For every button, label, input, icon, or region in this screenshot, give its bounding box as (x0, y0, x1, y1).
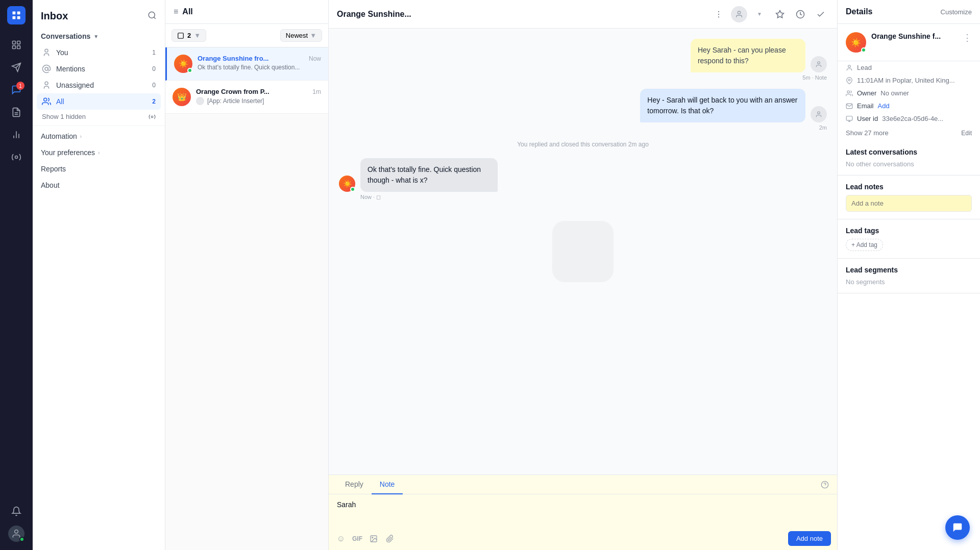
assignee-chevron[interactable]: ▼ (751, 6, 768, 22)
conversation-item-1[interactable]: ☀️ Orange Sunshine fro... Now Ok that's … (165, 47, 328, 81)
sort-chevron: ▼ (310, 32, 316, 39)
svg-point-29 (818, 62, 820, 64)
lead-segments-empty: No segments (846, 278, 972, 286)
conv-time-2: 1m (312, 88, 321, 95)
chat-header: Orange Sunshine... ▼ (329, 0, 837, 29)
svg-point-26 (738, 11, 740, 14)
lead-segments-title: Lead segments (846, 266, 972, 274)
svg-point-37 (847, 91, 850, 93)
nav-inbox[interactable]: 1 (6, 80, 27, 100)
show-hidden-btn[interactable]: Show 1 hidden (37, 110, 161, 123)
conversations-chevron: ▼ (93, 34, 99, 39)
nav-integrations[interactable] (6, 147, 27, 167)
emoji-icon[interactable]: ☺ (335, 533, 347, 545)
contact-more-button[interactable]: ⋮ (963, 32, 972, 43)
timer-icon[interactable] (792, 6, 808, 22)
chat-messages: Hey Sarah - can you please respond to th… (329, 29, 837, 474)
conv-time-1: Now (309, 55, 321, 62)
nav-dashboard[interactable] (6, 35, 27, 55)
app-logo[interactable] (7, 6, 26, 24)
owner-value: No owner (880, 89, 972, 97)
sidebar-item-all[interactable]: All 2 (37, 93, 161, 110)
conv-content-1: Orange Sunshine fro... Now Ok that's tot… (198, 55, 321, 73)
add-note-button[interactable]: Add note (788, 531, 831, 546)
svg-point-20 (44, 98, 47, 101)
note-tab[interactable]: Note (372, 475, 403, 494)
automation-item[interactable]: Automation › (33, 128, 165, 144)
filter-chevron: ▼ (194, 32, 201, 39)
preview-avatar-2 (196, 97, 204, 105)
bubble-1: Hey Sarah - can you please respond to th… (691, 39, 805, 72)
svg-rect-3 (17, 16, 20, 19)
show-more-label: Show 27 more (846, 129, 889, 137)
star-icon[interactable] (772, 6, 788, 22)
check-icon[interactable] (813, 6, 829, 22)
detail-type: Lead (838, 61, 980, 74)
details-panel: Details Customize ☀️ Orange Sunshine f..… (837, 0, 980, 550)
bubble-2: Hey - Sarah will get back to you with an… (640, 89, 805, 122)
details-title: Details (846, 7, 872, 16)
contact-name: Orange Sunshine f... (871, 32, 953, 40)
chat-area: Orange Sunshine... ▼ Hey S (329, 0, 837, 550)
svg-line-16 (154, 17, 155, 18)
svg-rect-22 (178, 33, 184, 38)
svg-rect-5 (17, 41, 20, 44)
lead-notes-input[interactable] (846, 195, 972, 212)
detail-owner: Owner No owner (838, 87, 980, 99)
reports-item[interactable]: Reports (33, 161, 165, 177)
sidebar-item-unassigned[interactable]: Unassigned 0 (37, 77, 161, 93)
lead-segments-section: Lead segments No segments (838, 259, 980, 293)
mentions-count: 0 (152, 65, 156, 72)
edit-button[interactable]: Edit (961, 130, 972, 137)
nav-reports[interactable] (6, 124, 27, 145)
all-count: 2 (152, 98, 156, 105)
unassigned-count: 0 (152, 82, 156, 89)
conversations-toggle[interactable]: Conversations ▼ (37, 28, 161, 44)
mentions-label: Mentions (56, 65, 85, 73)
automation-label: Automation (41, 132, 77, 140)
sidebar-item-you[interactable]: You 1 (37, 44, 161, 61)
attachment-icon[interactable] (384, 533, 396, 545)
conversation-item-2[interactable]: 👑 Orange Crown from P... 1m [App: Articl… (165, 81, 328, 114)
reply-input[interactable] (329, 494, 837, 527)
sidebar-item-mentions[interactable]: Mentions 0 (37, 61, 161, 77)
about-item[interactable]: About (33, 177, 165, 193)
nav-user[interactable] (6, 523, 27, 544)
conversations-label: Conversations (41, 32, 90, 40)
latest-conv-empty: No other conversations (846, 160, 972, 168)
message-row-4: ☀️ Ok that's totally fine. Quick questio… (339, 158, 827, 201)
hamburger-icon[interactable]: ≡ (174, 7, 178, 16)
contact-avatar: ☀️ (846, 32, 866, 53)
reply-tab[interactable]: Reply (337, 475, 372, 494)
nav-notifications[interactable] (6, 501, 27, 521)
sort-button[interactable]: Newest ▼ (280, 29, 322, 42)
lead-notes-section: Lead notes (838, 176, 980, 219)
msg-avatar-1 (811, 56, 827, 72)
search-icon[interactable] (148, 11, 157, 21)
nav-send[interactable] (6, 57, 27, 78)
details-header: Details Customize (838, 0, 980, 24)
nav-notes[interactable] (6, 102, 27, 122)
help-icon[interactable] (821, 475, 829, 494)
reply-toolbar: ☺ GIF Add note (329, 527, 837, 550)
email-value[interactable]: Add (878, 102, 972, 110)
preferences-item[interactable]: Your preferences › (33, 144, 165, 161)
conv-avatar-2: 👑 (173, 88, 191, 106)
add-tag-button[interactable]: + Add tag (846, 239, 883, 251)
detail-location: 11:01AM in Poplar, United King... (838, 74, 980, 87)
svg-point-24 (718, 13, 719, 14)
more-options-btn[interactable] (710, 6, 727, 22)
filter-count-badge[interactable]: 2 ▼ (172, 29, 206, 42)
assignee-avatar[interactable] (731, 6, 747, 22)
gif-icon[interactable]: GIF (351, 533, 363, 545)
sidebar: Inbox Conversations ▼ You 1 Mentions 0 U… (33, 0, 165, 550)
customize-button[interactable]: Customize (941, 8, 972, 16)
show-more-button[interactable]: Show 27 more Edit (838, 125, 980, 141)
svg-point-25 (718, 16, 719, 17)
conv-list-title: All (182, 7, 192, 16)
chat-bubble-button[interactable] (945, 515, 970, 540)
contact-type: Lead (857, 64, 972, 71)
svg-point-13 (15, 156, 18, 159)
image-icon[interactable] (368, 533, 380, 545)
svg-rect-1 (17, 12, 20, 15)
